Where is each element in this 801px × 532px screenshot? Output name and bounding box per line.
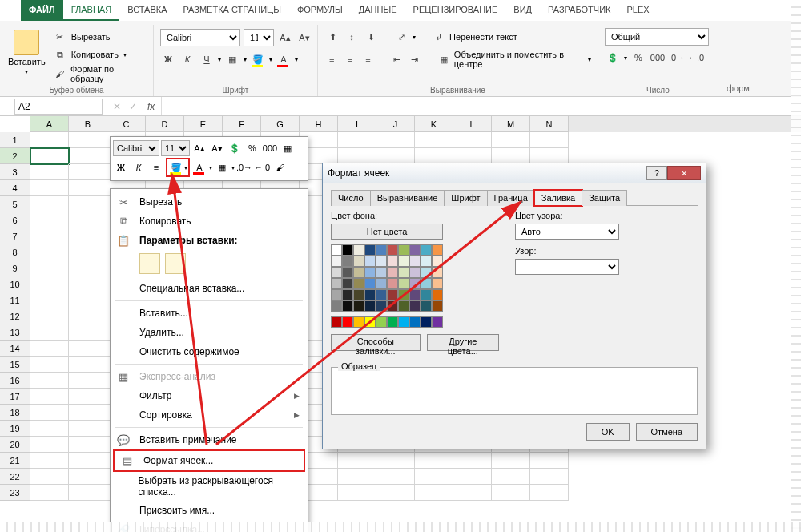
cell[interactable] (69, 196, 107, 212)
ctx-sort[interactable]: Сортировка▶ (111, 405, 308, 425)
align-middle-icon[interactable]: ↕ (344, 29, 360, 45)
increase-font-icon[interactable]: A▴ (277, 30, 293, 46)
cut-button[interactable]: ✂Вырезать (52, 28, 147, 46)
fx-icon[interactable]: fx (141, 101, 161, 112)
tab-home[interactable]: ГЛАВНАЯ (63, 0, 119, 21)
color-swatch[interactable] (421, 256, 432, 267)
cell[interactable] (69, 228, 107, 244)
color-swatch[interactable] (432, 278, 443, 289)
align-right-icon[interactable]: ≡ (360, 51, 376, 67)
row-header-9[interactable]: 9 (0, 260, 30, 276)
pattern-color-select[interactable]: Авто (515, 224, 619, 240)
color-swatch[interactable] (398, 316, 409, 328)
align-left-icon[interactable]: ≡ (324, 51, 340, 67)
cell[interactable] (338, 453, 376, 469)
color-swatch[interactable] (353, 316, 364, 328)
cell[interactable] (30, 244, 69, 260)
row-header-8[interactable]: 8 (0, 244, 30, 260)
cell[interactable] (530, 453, 569, 469)
cell[interactable] (69, 164, 107, 180)
mini-format-painter-icon[interactable]: 🖌 (272, 159, 288, 175)
color-swatch[interactable] (387, 256, 398, 267)
col-header-F[interactable]: F (223, 116, 261, 132)
color-swatch[interactable] (387, 244, 398, 256)
col-header-A[interactable]: A (30, 116, 69, 132)
cell[interactable] (30, 196, 69, 212)
ctx-delete[interactable]: Удалить... (111, 323, 308, 342)
row-header-19[interactable]: 19 (0, 421, 30, 437)
col-header-I[interactable]: I (338, 116, 376, 132)
currency-icon[interactable]: 💲 (605, 50, 621, 66)
cell[interactable] (30, 469, 69, 485)
color-swatch[interactable] (376, 256, 387, 267)
color-swatch[interactable] (331, 267, 342, 278)
cell[interactable] (376, 485, 415, 501)
cell[interactable] (69, 244, 107, 260)
col-header-B[interactable]: B (69, 116, 107, 132)
decrease-decimal-icon[interactable]: ←.0 (688, 50, 704, 66)
cell[interactable] (376, 148, 415, 164)
dlg-tab-border[interactable]: Граница (487, 190, 535, 206)
mini-fill-color-button[interactable]: 🪣 (168, 159, 184, 175)
row-header-2[interactable]: 2 (0, 148, 30, 164)
cell[interactable] (530, 485, 569, 501)
merge-center-button[interactable]: Объединить и поместить в центре (454, 50, 585, 69)
cell[interactable] (69, 180, 107, 196)
underline-button[interactable]: Ч (199, 51, 215, 67)
cell[interactable] (492, 132, 530, 148)
mini-font-color-button[interactable]: A (191, 159, 207, 175)
color-swatch[interactable] (398, 300, 409, 312)
col-header-H[interactable]: H (300, 116, 338, 132)
col-header-D[interactable]: D (146, 116, 184, 132)
fill-color-button[interactable]: 🪣 (250, 51, 266, 67)
cell[interactable] (530, 148, 569, 164)
cell[interactable] (376, 469, 415, 485)
color-swatch[interactable] (364, 244, 376, 256)
help-button[interactable]: ? (646, 166, 667, 180)
row-header-14[interactable]: 14 (0, 341, 30, 357)
col-header-E[interactable]: E (184, 116, 223, 132)
color-swatch[interactable] (331, 300, 342, 312)
row-header-23[interactable]: 23 (0, 485, 30, 501)
tab-insert[interactable]: ВСТАВКА (119, 0, 175, 21)
mini-merge-icon[interactable]: ▦ (280, 140, 296, 156)
row-header-20[interactable]: 20 (0, 437, 30, 453)
more-colors-button[interactable]: Другие цвета... (427, 334, 499, 351)
cell[interactable] (338, 469, 376, 485)
color-swatch[interactable] (409, 267, 421, 278)
color-swatch[interactable] (409, 300, 421, 312)
color-swatch[interactable] (342, 244, 353, 256)
mini-comma-icon[interactable]: 000 (262, 140, 278, 156)
cell[interactable] (69, 148, 107, 164)
color-swatch[interactable] (398, 244, 409, 256)
tab-plex[interactable]: PLEX (618, 0, 657, 21)
cell[interactable] (376, 453, 415, 469)
increase-indent-icon[interactable]: ⇥ (407, 51, 422, 67)
decrease-font-icon[interactable]: A▾ (296, 30, 312, 46)
dlg-tab-number[interactable]: Число (331, 190, 371, 206)
mini-currency-icon[interactable]: 💲 (227, 140, 243, 156)
dlg-tab-fill[interactable]: Заливка (534, 190, 582, 206)
cell[interactable] (30, 212, 69, 228)
row-header-3[interactable]: 3 (0, 164, 30, 180)
comma-icon[interactable]: 000 (650, 50, 666, 66)
color-swatch[interactable] (331, 289, 342, 300)
mini-border-button[interactable]: ▦ (214, 159, 230, 175)
row-header-12[interactable]: 12 (0, 308, 30, 324)
cell[interactable] (30, 421, 69, 437)
cell[interactable] (69, 389, 107, 405)
color-swatch[interactable] (331, 256, 342, 267)
color-swatch[interactable] (387, 289, 398, 300)
tab-formulas[interactable]: ФОРМУЛЫ (289, 0, 351, 21)
row-header-4[interactable]: 4 (0, 180, 30, 196)
cell[interactable] (69, 373, 107, 389)
border-button[interactable]: ▦ (224, 51, 240, 67)
color-swatch[interactable] (331, 278, 342, 289)
cell[interactable] (492, 469, 530, 485)
color-swatch[interactable] (387, 316, 398, 328)
cell[interactable] (492, 148, 530, 164)
cell[interactable] (30, 485, 69, 501)
color-swatch[interactable] (398, 267, 409, 278)
worksheet-grid[interactable]: ABCDEFGHIJKLMN 1234567891011121314151617… (0, 116, 801, 132)
wrap-text-button[interactable]: Перенести текст (449, 32, 517, 42)
